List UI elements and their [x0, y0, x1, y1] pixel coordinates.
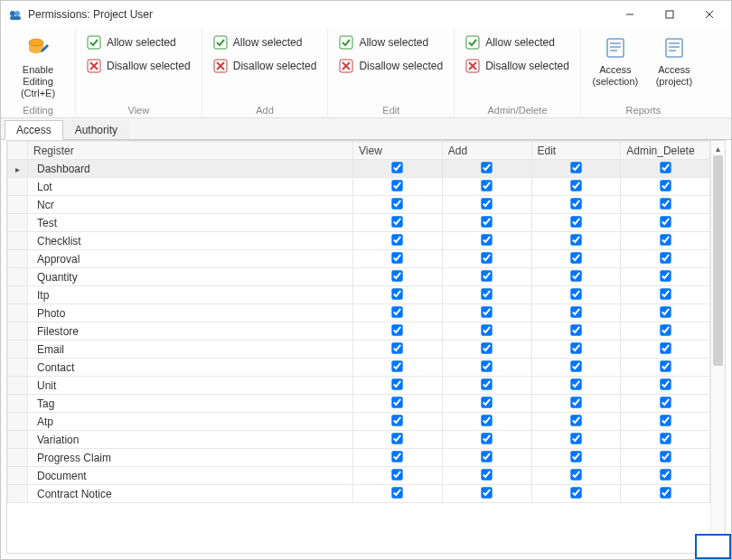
add-checkbox[interactable] [481, 487, 492, 498]
add-checkbox[interactable] [481, 342, 492, 353]
admin-checkbox[interactable] [660, 180, 671, 191]
table-row[interactable]: Lot [8, 178, 710, 196]
col-add[interactable]: Add [442, 142, 531, 160]
table-row[interactable]: Test [8, 214, 710, 232]
edit-checkbox[interactable] [570, 433, 581, 443]
scroll-track[interactable] [711, 155, 725, 538]
table-row[interactable]: Contact [8, 359, 710, 377]
row-marker[interactable] [8, 304, 28, 322]
col-edit[interactable]: Edit [531, 142, 621, 160]
edit-checkbox[interactable] [570, 162, 581, 173]
row-marker[interactable] [8, 413, 28, 431]
edit-checkbox[interactable] [570, 451, 581, 462]
scroll-thumb[interactable] [713, 155, 723, 366]
add-checkbox[interactable] [481, 360, 492, 371]
access-project-button[interactable]: Access (project) [648, 32, 700, 91]
row-marker[interactable] [8, 341, 28, 359]
view-checkbox[interactable] [392, 216, 403, 227]
view-checkbox[interactable] [392, 306, 403, 317]
table-row[interactable]: Email [8, 341, 710, 359]
view-checkbox[interactable] [392, 433, 403, 443]
table-row[interactable]: Contract Notice [8, 485, 710, 503]
edit-checkbox[interactable] [570, 487, 581, 498]
add-checkbox[interactable] [481, 270, 492, 281]
admin-checkbox[interactable] [660, 306, 671, 317]
edit-disallow-button[interactable]: Disallow selected [333, 55, 448, 77]
row-marker[interactable] [8, 196, 28, 214]
add-disallow-button[interactable]: Disallow selected [208, 55, 323, 77]
admin-checkbox[interactable] [660, 469, 671, 480]
resize-grip-focus[interactable] [695, 534, 731, 559]
scroll-up-arrow-icon[interactable]: ▴ [711, 141, 725, 155]
add-checkbox[interactable] [481, 162, 492, 173]
view-checkbox[interactable] [392, 415, 403, 425]
edit-checkbox[interactable] [570, 252, 581, 263]
view-allow-button[interactable]: Allow selected [81, 32, 196, 53]
view-checkbox[interactable] [392, 360, 403, 371]
add-checkbox[interactable] [481, 216, 492, 227]
vertical-scrollbar[interactable]: ▴ ▾ [710, 141, 725, 553]
row-marker[interactable] [8, 286, 28, 304]
admin-checkbox[interactable] [660, 433, 671, 443]
admin-disallow-button[interactable]: Disallow selected [460, 55, 575, 77]
view-checkbox[interactable] [392, 288, 403, 299]
edit-checkbox[interactable] [570, 180, 581, 191]
row-marker[interactable] [8, 449, 28, 467]
admin-checkbox[interactable] [660, 378, 671, 389]
table-row[interactable]: Variation [8, 431, 710, 449]
admin-checkbox[interactable] [660, 216, 671, 227]
edit-checkbox[interactable] [570, 306, 581, 317]
table-row[interactable]: Itp [8, 286, 710, 304]
row-marker[interactable] [8, 431, 28, 449]
add-checkbox[interactable] [481, 252, 492, 263]
table-row[interactable]: Filestore [8, 322, 710, 341]
edit-checkbox[interactable] [570, 342, 581, 353]
admin-checkbox[interactable] [660, 288, 671, 299]
view-checkbox[interactable] [392, 180, 403, 191]
table-row[interactable]: Atp [8, 413, 710, 431]
view-checkbox[interactable] [392, 324, 403, 335]
add-checkbox[interactable] [481, 469, 492, 480]
table-row[interactable]: Checklist [8, 232, 710, 250]
table-row[interactable]: Photo [8, 304, 710, 322]
edit-checkbox[interactable] [570, 324, 581, 335]
table-row[interactable]: Dashboard [8, 160, 710, 178]
minimize-button[interactable] [610, 2, 650, 27]
edit-checkbox[interactable] [570, 270, 581, 281]
access-selection-button[interactable]: Access (selection) [587, 32, 644, 91]
edit-checkbox[interactable] [570, 397, 581, 407]
row-marker[interactable] [8, 322, 28, 341]
edit-checkbox[interactable] [570, 415, 581, 425]
row-marker[interactable] [8, 268, 28, 286]
edit-checkbox[interactable] [570, 234, 581, 245]
admin-checkbox[interactable] [660, 198, 671, 209]
table-row[interactable]: Approval [8, 250, 710, 268]
edit-checkbox[interactable] [570, 378, 581, 389]
table-row[interactable]: Progress Claim [8, 449, 710, 467]
row-marker[interactable] [8, 232, 28, 250]
add-checkbox[interactable] [481, 324, 492, 335]
enable-editing-button[interactable]: Enable Editing (Ctrl+E) [6, 32, 70, 103]
admin-checkbox[interactable] [660, 451, 671, 462]
admin-checkbox[interactable] [660, 162, 671, 173]
row-marker[interactable] [8, 485, 28, 503]
edit-checkbox[interactable] [570, 198, 581, 209]
col-view[interactable]: View [353, 142, 443, 160]
add-allow-button[interactable]: Allow selected [208, 32, 323, 53]
edit-checkbox[interactable] [570, 360, 581, 371]
admin-checkbox[interactable] [660, 324, 671, 335]
add-checkbox[interactable] [481, 433, 492, 443]
view-checkbox[interactable] [392, 397, 403, 407]
edit-checkbox[interactable] [570, 288, 581, 299]
col-admin[interactable]: Admin_Delete [621, 142, 710, 160]
view-checkbox[interactable] [392, 342, 403, 353]
row-marker[interactable] [8, 395, 28, 413]
admin-checkbox[interactable] [660, 487, 671, 498]
add-checkbox[interactable] [481, 378, 492, 389]
admin-checkbox[interactable] [660, 415, 671, 425]
admin-checkbox[interactable] [660, 234, 671, 245]
admin-checkbox[interactable] [660, 270, 671, 281]
add-checkbox[interactable] [481, 451, 492, 462]
add-checkbox[interactable] [481, 397, 492, 407]
view-checkbox[interactable] [392, 378, 403, 389]
